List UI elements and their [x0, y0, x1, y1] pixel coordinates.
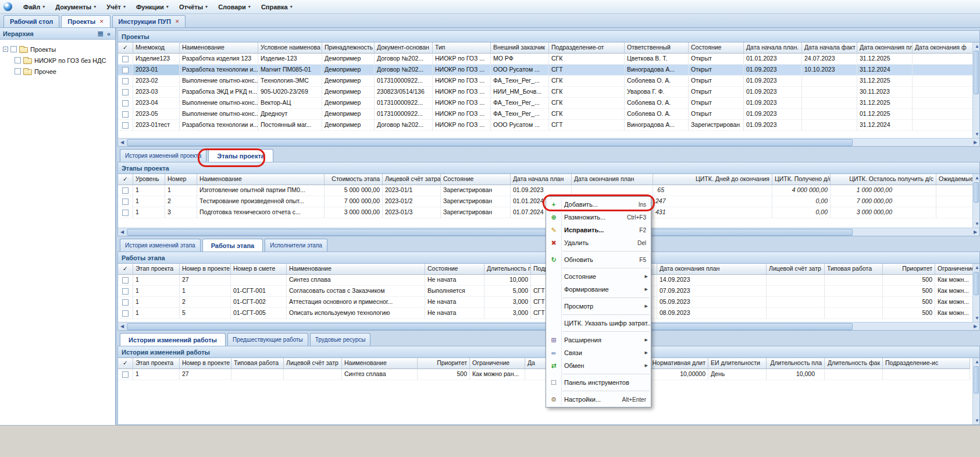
menu-item[interactable]: ∞Связи▶ — [546, 346, 651, 359]
scroll-track[interactable] — [973, 182, 979, 219]
scroll-down-icon[interactable]: ▼ — [973, 220, 980, 228]
window-tab[interactable]: Рабочий стол — [3, 15, 59, 27]
menu-item[interactable]: Формирование▶ — [546, 283, 651, 296]
tab[interactable]: Трудовые ресурсы — [310, 333, 371, 346]
tab[interactable]: История изменений работы — [120, 333, 226, 346]
row-select-cell[interactable] — [118, 54, 133, 65]
column-header[interactable]: Дата окончания план — [572, 174, 653, 185]
scroll-left-icon[interactable]: ◀ — [118, 323, 126, 330]
column-header[interactable]: Мнемокод — [133, 42, 180, 54]
column-header[interactable]: Номер в проекте — [180, 358, 231, 369]
menu-item[interactable]: ⚙Настройки...Alt+Enter — [546, 393, 651, 406]
column-header[interactable]: Номер — [165, 174, 197, 185]
column-header[interactable]: Уровень — [133, 174, 165, 185]
row-checkbox[interactable] — [122, 310, 129, 317]
scroll-left-icon[interactable]: ◀ — [118, 228, 126, 236]
column-header[interactable]: Наименование — [197, 174, 325, 185]
row-select-cell[interactable] — [118, 308, 133, 319]
row-checkbox[interactable] — [122, 111, 129, 118]
column-header[interactable]: Номер в смете — [231, 264, 287, 275]
column-header[interactable]: Состояние — [689, 42, 744, 54]
table-row[interactable]: Изделие123Разработка изделия 123Изделие-… — [118, 54, 972, 65]
column-header[interactable]: ✓ — [118, 264, 133, 275]
column-header[interactable]: ✓ — [118, 358, 133, 369]
menubar-item[interactable]: Отчёты▾ — [174, 2, 213, 12]
table-row[interactable]: 2023-04Выполнение опытно-конс...Вектор-А… — [118, 98, 972, 109]
close-tab-icon[interactable]: ✕ — [175, 19, 180, 24]
collapse-sidebar-icon[interactable]: « — [105, 30, 112, 37]
menu-item[interactable]: Состояние▶ — [546, 270, 651, 283]
menu-item[interactable]: ✎Исправить...F2 — [546, 224, 651, 236]
column-header[interactable]: Типовая работа — [231, 358, 284, 369]
row-select-cell[interactable] — [118, 196, 133, 207]
column-header[interactable]: Дата окончания пл — [857, 42, 913, 54]
window-tab[interactable]: Инструкции ПУП✕ — [112, 15, 186, 27]
column-header[interactable]: ЦИТК. Дней до окончания — [653, 174, 772, 185]
column-header[interactable]: ✓ — [118, 174, 133, 185]
column-header[interactable]: Номер в проекте — [180, 264, 231, 275]
menubar-item[interactable]: Словари▾ — [213, 2, 256, 12]
scroll-down-icon[interactable]: ▼ — [973, 417, 980, 424]
column-header[interactable]: ЕИ длительности — [708, 358, 767, 369]
scroll-thumb[interactable] — [974, 366, 979, 394]
column-header[interactable]: Ожидаемые — [936, 174, 972, 185]
menu-item[interactable]: +Добавить...Ins — [546, 198, 651, 211]
row-select-cell[interactable] — [118, 185, 133, 196]
column-header[interactable]: Длительность пла — [767, 358, 825, 369]
column-header[interactable]: Дата окончания план — [657, 264, 767, 275]
menu-item[interactable]: ⊞Расширения▶ — [546, 334, 651, 346]
column-header[interactable]: Приоритет — [883, 264, 935, 275]
row-select-cell[interactable] — [118, 369, 133, 380]
column-header[interactable]: Дата начала план — [511, 174, 572, 185]
scroll-down-icon[interactable]: ▼ — [973, 314, 980, 322]
column-header[interactable]: Лицевой счёт затр — [284, 358, 342, 369]
tab[interactable]: Этапы проекта — [208, 149, 273, 162]
column-header[interactable]: ЦИТК. Получено д/с — [772, 174, 831, 185]
tree-checkbox[interactable] — [10, 46, 17, 52]
row-checkbox[interactable] — [122, 187, 129, 194]
menubar-item[interactable]: Файл▾ — [18, 2, 50, 12]
tab[interactable]: Предшествующие работы — [227, 333, 308, 346]
close-tab-icon[interactable]: ✕ — [99, 19, 104, 24]
column-header[interactable]: Длительность фак — [825, 358, 883, 369]
scroll-thumb[interactable] — [127, 139, 853, 146]
scroll-thumb[interactable] — [974, 272, 979, 295]
menubar-item[interactable]: Учёт▾ — [101, 2, 131, 12]
table-row[interactable]: 11Изготовление опытной партии ПМ0...5 00… — [118, 185, 972, 196]
row-select-cell[interactable] — [118, 275, 133, 286]
column-header[interactable]: Лицевой счёт затрат — [383, 174, 441, 185]
column-header[interactable]: Типовая работа — [825, 264, 883, 275]
column-header[interactable]: Дата начала план. — [744, 42, 802, 54]
column-header[interactable]: ЦИТК. Осталось получить д/с — [831, 174, 936, 185]
row-checkbox[interactable] — [122, 299, 129, 306]
scroll-track[interactable] — [973, 366, 979, 416]
column-header[interactable]: Внешний заказчик — [491, 42, 549, 54]
scroll-thumb[interactable] — [127, 323, 853, 330]
scroll-thumb[interactable] — [127, 229, 853, 236]
row-checkbox[interactable] — [122, 371, 129, 378]
row-checkbox[interactable] — [122, 67, 129, 73]
menu-item[interactable]: ⊕Размножить...Ctrl+F3 — [546, 211, 651, 224]
row-select-cell[interactable] — [118, 207, 133, 218]
column-header[interactable]: Стоимость этапа — [325, 174, 383, 185]
column-header[interactable]: Условное наименова — [258, 42, 322, 54]
column-header[interactable]: ✓ — [118, 42, 133, 54]
column-header[interactable]: Лицевой счёт затр — [767, 264, 825, 275]
table-row[interactable]: 2023-05Выполнение опытно-конс...Дредноут… — [118, 109, 972, 120]
scroll-right-icon[interactable]: ▶ — [971, 228, 979, 236]
tab[interactable]: Работы этапа — [202, 239, 263, 251]
tab[interactable]: Исполнители этапа — [265, 239, 327, 251]
scroll-track[interactable] — [973, 51, 979, 130]
row-select-cell[interactable] — [118, 109, 133, 120]
column-header[interactable]: Да — [525, 358, 547, 369]
table-row[interactable]: 2023-01Разработка технологии и...Магнит … — [118, 65, 972, 76]
vertical-scrollbar[interactable]: ▲▼ — [972, 358, 979, 424]
row-select-cell[interactable] — [118, 65, 133, 76]
column-header[interactable]: Ограничение — [935, 264, 972, 275]
row-checkbox[interactable] — [122, 56, 129, 62]
menubar-item[interactable]: Документы▾ — [50, 2, 101, 12]
grid-view-icon[interactable]: ▦ — [95, 30, 105, 37]
scroll-up-icon[interactable]: ▲ — [973, 174, 980, 182]
tree-item[interactable]: Прочее — [3, 66, 112, 77]
scroll-right-icon[interactable]: ▶ — [971, 323, 979, 330]
